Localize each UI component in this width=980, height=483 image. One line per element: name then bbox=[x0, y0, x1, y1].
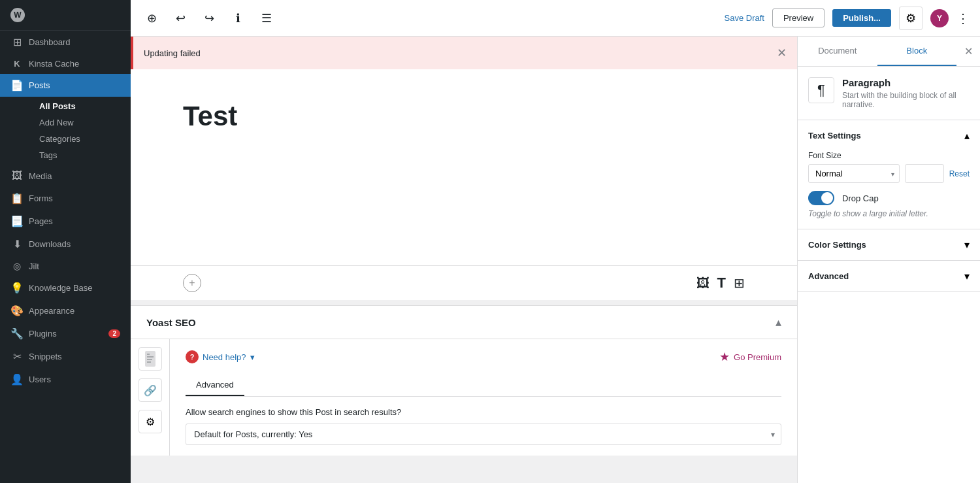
undo-icon: ↩ bbox=[176, 11, 186, 25]
yoast-tab-advanced[interactable]: Advanced bbox=[186, 375, 244, 396]
plugins-badge: 2 bbox=[108, 329, 120, 338]
svg-rect-4 bbox=[147, 361, 151, 363]
dashboard-icon: ⊞ bbox=[10, 36, 24, 48]
font-size-select-wrap: SmallNormalMediumLargeHuge ▾ bbox=[808, 164, 900, 183]
font-size-input[interactable] bbox=[905, 164, 944, 183]
yoast-panel-body: 🔗 ⚙ ? Need help? ▾ bbox=[131, 339, 797, 456]
yoast-seo-panel: Yoast SEO ▴ bbox=[131, 305, 797, 456]
post-title[interactable]: Test bbox=[183, 101, 745, 132]
list-view-button[interactable]: ☰ bbox=[256, 8, 277, 29]
tab-document[interactable]: Document bbox=[798, 37, 877, 66]
advanced-header[interactable]: Advanced bbox=[798, 261, 980, 291]
yoast-premium-link[interactable]: ★ Go Premium bbox=[719, 350, 781, 364]
sidebar-item-kinsta-cache[interactable]: K Kinsta Cache bbox=[0, 54, 131, 74]
share-icon: 🔗 bbox=[144, 384, 157, 397]
text-block-button[interactable]: T bbox=[717, 275, 726, 291]
sidebar-item-knowledge-base[interactable]: 💡 Knowledge Base bbox=[0, 276, 131, 299]
right-panel: Document Block ✕ ¶ Paragraph Start with … bbox=[797, 37, 980, 483]
posts-submenu: All Posts Add New Categories Tags bbox=[0, 97, 131, 165]
yoast-panel-header[interactable]: Yoast SEO ▴ bbox=[131, 306, 797, 339]
more-options-button[interactable]: ⋮ bbox=[956, 10, 970, 26]
sidebar-item-forms[interactable]: 📋 Forms bbox=[0, 187, 131, 210]
premium-label: Go Premium bbox=[734, 352, 781, 362]
block-info: ¶ Paragraph Start with the building bloc… bbox=[798, 67, 980, 120]
sidebar-sub-all-posts[interactable]: All Posts bbox=[29, 98, 131, 114]
redo-icon: ↪ bbox=[204, 11, 214, 25]
sidebar-item-pages[interactable]: 📃 Pages bbox=[0, 210, 131, 233]
drop-cap-toggle[interactable] bbox=[808, 191, 834, 205]
sidebar-item-snippets[interactable]: ✂ Snippets bbox=[0, 345, 131, 368]
info-icon: ℹ bbox=[236, 11, 240, 25]
plugins-icon: 🔧 bbox=[10, 327, 24, 340]
sidebar-item-plugins[interactable]: 🔧 Plugins 2 bbox=[0, 322, 131, 345]
redo-button[interactable]: ↪ bbox=[199, 8, 220, 29]
editor-block[interactable]: Test bbox=[131, 69, 797, 265]
color-settings-header[interactable]: Color Settings bbox=[798, 229, 980, 260]
sidebar-item-posts[interactable]: 📄 Posts bbox=[0, 74, 131, 97]
appearance-icon: 🎨 bbox=[10, 305, 24, 317]
sidebar-item-dashboard[interactable]: ⊞ Dashboard bbox=[0, 31, 131, 54]
text-icon: T bbox=[717, 275, 726, 291]
sidebar-item-appearance[interactable]: 🎨 Appearance bbox=[0, 299, 131, 322]
yoast-top-bar: ? Need help? ▾ ★ Go Premium bbox=[186, 350, 781, 364]
yoast-sidebar-score-icon[interactable] bbox=[139, 347, 162, 371]
topbar: ⊕ ↩ ↪ ℹ ☰ Save Draft Preview Publish... … bbox=[131, 0, 980, 37]
text-settings-header[interactable]: Text Settings bbox=[798, 120, 980, 151]
pages-icon: 📃 bbox=[10, 215, 24, 227]
font-size-reset-button[interactable]: Reset bbox=[949, 169, 970, 178]
block-description: Start with the building block of all nar… bbox=[842, 91, 970, 109]
sidebar: W ⊞ Dashboard K Kinsta Cache 📄 Posts All… bbox=[0, 0, 131, 483]
sidebar-item-label: Downloads bbox=[29, 239, 120, 249]
sidebar-item-users[interactable]: 👤 Users bbox=[0, 368, 131, 391]
image-block-button[interactable]: 🖼 bbox=[696, 276, 710, 291]
close-notice-button[interactable]: ✕ bbox=[777, 46, 787, 60]
yoast-sidebar-social-icon[interactable]: 🔗 bbox=[139, 378, 162, 402]
settings-gear-icon: ⚙ bbox=[146, 416, 155, 428]
block-name: Paragraph bbox=[842, 77, 970, 88]
sidebar-item-media[interactable]: 🖼 Media bbox=[0, 165, 131, 187]
kinsta-icon: K bbox=[10, 59, 24, 69]
yoast-sidebar: 🔗 ⚙ bbox=[131, 339, 170, 456]
undo-button[interactable]: ↩ bbox=[170, 8, 191, 29]
add-block-icon: ⊕ bbox=[147, 11, 157, 25]
settings-button[interactable]: ⚙ bbox=[899, 7, 923, 30]
help-circle-icon: ? bbox=[186, 350, 199, 363]
sidebar-item-label: Dashboard bbox=[29, 37, 120, 47]
text-settings-collapse-icon bbox=[964, 129, 970, 142]
main-area: ⊕ ↩ ↪ ℹ ☰ Save Draft Preview Publish... … bbox=[131, 0, 980, 483]
save-draft-button[interactable]: Save Draft bbox=[725, 13, 764, 23]
jilt-icon: ◎ bbox=[10, 261, 24, 271]
svg-rect-1 bbox=[147, 354, 150, 355]
info-button[interactable]: ℹ bbox=[227, 8, 248, 29]
sidebar-sub-categories[interactable]: Categories bbox=[29, 131, 131, 147]
yoast-icon[interactable]: Y bbox=[930, 9, 949, 27]
yoast-sidebar-settings-icon[interactable]: ⚙ bbox=[139, 410, 162, 433]
add-block-inline-button[interactable]: + bbox=[183, 274, 201, 292]
add-block-button[interactable]: ⊕ bbox=[141, 8, 162, 29]
yoast-main-content: ? Need help? ▾ ★ Go Premium Advanced bbox=[170, 339, 797, 456]
snippets-icon: ✂ bbox=[10, 350, 24, 363]
sidebar-item-jilt[interactable]: ◎ Jilt bbox=[0, 256, 131, 276]
gallery-block-button[interactable]: ⊞ bbox=[734, 275, 745, 291]
editor-content: Updating failed ✕ Test + 🖼 T ⊞ bbox=[131, 37, 797, 483]
sidebar-item-label: Snippets bbox=[29, 352, 120, 361]
yoast-help-link[interactable]: ? Need help? ▾ bbox=[186, 350, 255, 363]
search-visibility-select[interactable]: Default for Posts, currently: Yes bbox=[186, 424, 781, 445]
sidebar-sub-add-new[interactable]: Add New bbox=[29, 114, 131, 131]
sidebar-item-label: Media bbox=[29, 171, 120, 181]
sidebar-sub-tags[interactable]: Tags bbox=[29, 147, 131, 163]
drop-cap-label: Drop Cap bbox=[842, 193, 879, 203]
publish-button[interactable]: Publish... bbox=[832, 9, 891, 27]
sidebar-item-downloads[interactable]: ⬇ Downloads bbox=[0, 233, 131, 256]
text-settings-title: Text Settings bbox=[808, 131, 861, 141]
panel-close-button[interactable]: ✕ bbox=[956, 45, 980, 58]
sidebar-item-label: Forms bbox=[29, 193, 120, 203]
tab-block[interactable]: Block bbox=[877, 37, 957, 66]
advanced-section: Advanced bbox=[798, 261, 980, 292]
svg-rect-3 bbox=[147, 359, 152, 360]
gallery-icon: ⊞ bbox=[734, 276, 745, 290]
sidebar-logo: W bbox=[0, 0, 131, 31]
block-info-text: Paragraph Start with the building block … bbox=[842, 77, 970, 109]
font-size-select[interactable]: SmallNormalMediumLargeHuge bbox=[808, 164, 900, 183]
preview-button[interactable]: Preview bbox=[772, 8, 825, 27]
